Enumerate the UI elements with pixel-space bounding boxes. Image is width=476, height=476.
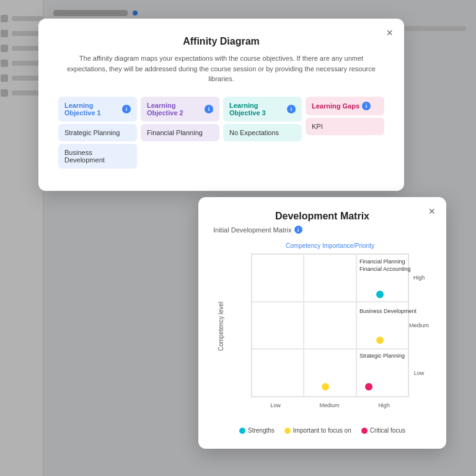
matrix-x-label: Competency Importance/Priority [251, 242, 409, 249]
matrix-container: Competency Importance/Priority Competenc… [217, 242, 428, 422]
grid-cell-2 [304, 254, 356, 302]
matrix-grid [251, 253, 409, 397]
info-icon-col2: i [205, 105, 213, 113]
legend-critical: Critical focus [361, 427, 405, 434]
matrix-y-label: Competency level [217, 255, 226, 397]
right-label-low: Low [414, 370, 425, 376]
annotation-strategic: Strategic Planning [359, 353, 405, 360]
grid-cell-4 [252, 302, 304, 350]
grid-cell-8 [304, 349, 356, 397]
affinity-columns: Learning Objective 1 i Strategic Plannin… [58, 97, 384, 171]
affinity-col-2: Learning Objective 2 i Financial Plannin… [141, 97, 219, 171]
col-header-2: Learning Objective 2 i [141, 97, 219, 121]
dot-critical [365, 383, 372, 390]
affinity-cell-4-1: KPI [306, 118, 384, 135]
info-icon-col3: i [287, 105, 296, 113]
annotation-financial: Financial PlanningFinancial Accounting [359, 258, 411, 273]
grid-cell-1 [252, 254, 304, 302]
matrix-bottom-labels: Low Medium High [251, 402, 409, 408]
bottom-label-high: High [378, 402, 390, 408]
affinity-diagram-modal: × Affinity Diagram The affinity diagram … [38, 19, 404, 191]
legend-dot-strengths [239, 428, 245, 434]
grid-cell-7 [252, 349, 304, 397]
right-label-high: High [413, 275, 425, 281]
bottom-label-medium: Medium [319, 402, 339, 408]
affinity-cell-1-2: Business Development [58, 144, 137, 169]
bottom-label-low: Low [270, 402, 281, 408]
dot-important-2 [376, 337, 384, 344]
dev-modal-close[interactable]: × [428, 206, 435, 217]
dev-modal-title: Development Matrix [213, 211, 431, 222]
col-header-1: Learning Objective 1 i [58, 97, 137, 121]
affinity-col-4: Learning Gaps i KPI [306, 97, 384, 171]
affinity-modal-title: Affinity Diagram [58, 36, 384, 47]
matrix-legend: Strengths Important to focus on Critical… [213, 427, 431, 434]
dev-section-label: Initial Development Matrix i [213, 226, 431, 234]
dot-strengths [376, 291, 384, 298]
col-header-4: Learning Gaps i [306, 97, 384, 115]
legend-important: Important to focus on [284, 427, 351, 434]
legend-dot-critical [361, 428, 368, 434]
dot-important [322, 383, 329, 390]
info-icon-col4: i [362, 102, 371, 110]
affinity-col-1: Learning Objective 1 i Strategic Plannin… [58, 97, 137, 171]
annotation-business: Business Development [359, 308, 416, 315]
legend-strengths: Strengths [239, 427, 275, 434]
matrix-right-labels: High Medium Low [410, 253, 428, 397]
affinity-cell-2-1: Financial Planning [141, 124, 219, 141]
affinity-modal-close[interactable]: × [386, 27, 393, 38]
right-label-medium: Medium [409, 322, 429, 328]
affinity-cell-3-1: No Expectations [223, 124, 302, 141]
col-header-3: Learning Objective 3 i [223, 97, 302, 121]
affinity-col-3: Learning Objective 3 i No Expectations [223, 97, 302, 171]
legend-dot-important [284, 428, 291, 434]
dev-info-icon: i [294, 226, 302, 234]
dev-matrix-modal: × Development Matrix Initial Development… [198, 197, 446, 449]
affinity-modal-description: The affinity diagram maps your expectati… [58, 53, 384, 84]
affinity-cell-1-1: Strategic Planning [58, 124, 137, 141]
info-icon-col1: i [122, 105, 131, 113]
grid-cell-5 [304, 302, 356, 350]
